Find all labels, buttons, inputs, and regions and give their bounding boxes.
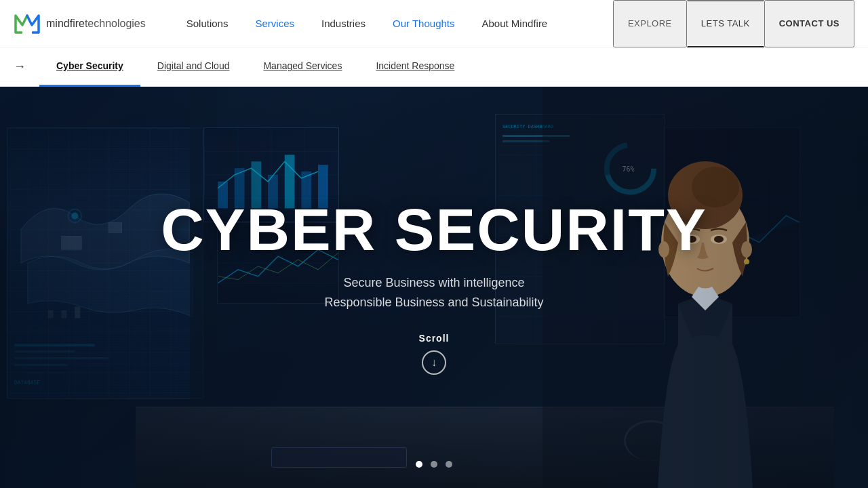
nav-item-solutions[interactable]: Solutions <box>173 0 242 47</box>
scroll-label: Scroll <box>419 333 450 344</box>
sub-nav-item-cyber-security[interactable]: Cyber Security <box>39 47 140 87</box>
explore-button[interactable]: EXPLORE <box>613 0 687 47</box>
sub-nav: → Cyber Security Digital and Cloud Manag… <box>0 47 868 87</box>
hero-subtitle: Secure Business with intelligence Respon… <box>324 273 543 312</box>
hero-title: CYBER SECURITY <box>161 200 707 260</box>
sub-nav-item-digital-cloud[interactable]: Digital and Cloud <box>140 47 247 87</box>
sub-nav-item-managed-services[interactable]: Managed Services <box>246 47 359 87</box>
nav-item-services[interactable]: Services <box>241 0 308 47</box>
scroll-down-icon: ↓ <box>431 357 437 369</box>
main-header: mindfiretechnologies Solutions Services … <box>0 0 868 47</box>
nav-item-industries[interactable]: Industries <box>308 0 379 47</box>
nav-item-our-thoughts[interactable]: Our Thoughts <box>379 0 468 47</box>
nav-item-about-mindfire[interactable]: About Mindfire <box>469 0 561 47</box>
logo-icon <box>14 10 41 37</box>
hero-section: DATABASE <box>0 87 868 488</box>
hero-content: CYBER SECURITY Secure Business with inte… <box>0 87 868 488</box>
carousel-dot-1[interactable] <box>416 461 422 468</box>
carousel-dots <box>416 461 452 468</box>
hero-subtitle-line1: Secure Business with intelligence <box>343 276 524 289</box>
carousel-dot-3[interactable] <box>446 461 452 468</box>
contact-us-button[interactable]: CONTACT US <box>764 0 854 47</box>
scroll-button[interactable]: ↓ <box>422 350 446 375</box>
hero-subtitle-line2: Responsible Business and Sustainability <box>324 296 543 309</box>
logo[interactable]: mindfiretechnologies <box>14 10 146 37</box>
main-nav: Solutions Services Industries Our Though… <box>173 0 613 47</box>
header-actions: EXPLORE LETS TALK CONTACT US <box>613 0 854 47</box>
sub-nav-arrow-icon[interactable]: → <box>14 60 26 74</box>
sub-nav-item-incident-response[interactable]: Incident Response <box>359 47 471 87</box>
logo-text: mindfiretechnologies <box>46 18 146 30</box>
carousel-dot-2[interactable] <box>431 461 437 468</box>
lets-talk-button[interactable]: LETS TALK <box>687 0 764 47</box>
